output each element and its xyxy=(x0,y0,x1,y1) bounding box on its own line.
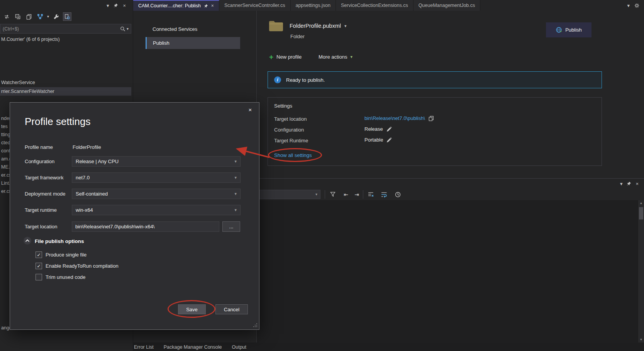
new-profile-button[interactable]: + New profile xyxy=(269,53,302,61)
output-scrollbar[interactable]: ▲ ▼ xyxy=(638,200,644,343)
previous-message-icon[interactable]: ⇤ xyxy=(341,190,351,199)
produce-single-file-checkbox[interactable]: ✓ xyxy=(36,251,42,258)
timestamp-icon[interactable] xyxy=(393,190,402,199)
readytorun-checkbox[interactable]: ✓ xyxy=(36,263,42,269)
publish-settings-summary: Settings Target location bin\Release\net… xyxy=(268,97,602,166)
pin-icon[interactable] xyxy=(627,181,631,186)
select-value: Self-contained xyxy=(76,191,108,197)
new-profile-label: New profile xyxy=(276,54,302,60)
show-output-from-combo[interactable]: ▾ xyxy=(259,190,320,199)
tab-scannerservicecontroller[interactable]: ScannerServiceController.cs xyxy=(219,0,291,11)
target-runtime-value: Portable xyxy=(364,137,392,143)
collapse-all-icon[interactable] xyxy=(14,12,22,21)
scroll-up-icon[interactable]: ▲ xyxy=(638,200,644,206)
toolbar-separator xyxy=(363,190,363,199)
more-actions-button[interactable]: More actions ▾ xyxy=(319,54,353,60)
field-label: Target framework xyxy=(25,175,63,181)
field-label: Target location xyxy=(25,224,58,230)
publish-button[interactable]: Publish xyxy=(546,22,591,37)
field-label: Configuration xyxy=(25,159,54,164)
toolbar-separator xyxy=(325,190,325,199)
pin-icon[interactable] xyxy=(204,4,208,8)
target-runtime-select[interactable]: win-x64 ▾ xyxy=(72,205,241,215)
filter-icon[interactable] xyxy=(328,190,337,199)
profile-type-label: Folder xyxy=(290,34,305,39)
chevron-down-icon: ▾ xyxy=(350,55,353,59)
target-location-link[interactable]: bin\Release\net7.0\publish\ xyxy=(364,115,425,121)
wrench-icon[interactable] xyxy=(52,12,60,21)
search-icon[interactable] xyxy=(119,26,127,32)
chevron-down-icon[interactable]: ▾ xyxy=(107,3,109,8)
connected-services-title: Connected Services xyxy=(153,26,197,32)
tab-options-icon[interactable] xyxy=(634,3,639,8)
switch-views-icon[interactable] xyxy=(36,12,44,21)
close-icon[interactable]: × xyxy=(123,3,126,8)
setting-label: Configuration xyxy=(274,127,304,133)
sync-with-active-document-icon[interactable] xyxy=(2,12,11,21)
solution-header[interactable]: M.Courrier' (6 of 6 projects) xyxy=(1,37,60,42)
chevron-down-icon[interactable]: ▾ xyxy=(620,181,623,186)
tab-queuemanagementjob[interactable]: QueueManagementJob.cs xyxy=(414,0,481,11)
close-icon[interactable]: × xyxy=(636,181,639,186)
save-button[interactable]: Save xyxy=(178,304,206,314)
output-content[interactable] xyxy=(257,200,638,343)
setting-value-text: Release xyxy=(364,126,383,132)
word-wrap-icon[interactable] xyxy=(380,190,389,199)
tab-output[interactable]: Output xyxy=(232,344,247,350)
browse-button[interactable]: ... xyxy=(222,221,240,232)
info-icon: i xyxy=(274,76,281,83)
collapse-section-icon[interactable] xyxy=(23,236,32,245)
more-actions-label: More actions xyxy=(319,54,347,60)
configuration-value: Release xyxy=(364,126,392,132)
output-toolbar: ▾ ⇤ ⇥ xyxy=(257,189,644,200)
trim-unused-code-checkbox[interactable]: ✓ xyxy=(36,274,42,280)
search-options-chevron-icon[interactable]: ▾ xyxy=(127,27,131,31)
copy-view-icon[interactable] xyxy=(25,12,33,21)
setting-value-text: Portable xyxy=(364,137,383,143)
configuration-select[interactable]: Release | Any CPU ▾ xyxy=(72,156,241,167)
target-framework-select[interactable]: net7.0 ▾ xyxy=(72,172,241,183)
switch-views-chevron-icon[interactable]: ▾ xyxy=(47,15,49,19)
show-all-settings-link[interactable]: Show all settings xyxy=(274,152,312,158)
tab-servicecollectionextensions[interactable]: ServiceCollectionExtensions.cs xyxy=(336,0,414,11)
tab-publish[interactable]: CAM.Courrier....cher: Publish × xyxy=(133,0,219,11)
output-pane: ▾ × ▾ ⇤ ⇥ xyxy=(257,178,644,343)
tree-item[interactable]: WatcherService xyxy=(0,78,131,87)
next-message-icon[interactable]: ⇥ xyxy=(352,190,361,199)
tab-list-chevron-icon[interactable]: ▾ xyxy=(627,3,630,8)
tab-package-manager-console[interactable]: Package Manager Console xyxy=(164,344,222,350)
close-icon[interactable]: × xyxy=(211,3,214,8)
copy-icon[interactable] xyxy=(429,116,434,121)
pencil-icon[interactable] xyxy=(386,127,392,132)
field-label: Target runtime xyxy=(25,207,57,213)
file-publish-options-title[interactable]: File publish options xyxy=(35,238,84,244)
solution-search-box: ▾ xyxy=(0,24,131,34)
close-icon[interactable]: × xyxy=(245,105,255,114)
tree-item-selected[interactable]: rrier.ScannerFileWatcher xyxy=(0,87,131,96)
deployment-mode-select[interactable]: Self-contained ▾ xyxy=(72,189,241,199)
setting-label: Target Runtime xyxy=(274,138,308,143)
solution-explorer-pane-header: ▾ × xyxy=(0,0,131,11)
nav-item-publish[interactable]: Publish xyxy=(146,37,240,49)
select-value: net7.0 xyxy=(76,175,90,181)
cancel-button[interactable]: Cancel xyxy=(215,304,248,314)
tab-label: QueueManagementJob.cs xyxy=(419,3,475,8)
tab-label: CAM.Courrier....cher: Publish xyxy=(138,3,201,8)
pencil-icon[interactable] xyxy=(386,137,392,143)
search-input[interactable] xyxy=(0,26,119,32)
pin-icon[interactable] xyxy=(114,3,118,8)
chevron-down-icon: ▾ xyxy=(234,208,237,213)
resize-grip[interactable] xyxy=(253,323,258,328)
scrollbar-thumb[interactable] xyxy=(639,207,643,219)
clear-all-icon[interactable] xyxy=(366,190,375,199)
tab-appsettings[interactable]: appsettings.json xyxy=(291,0,336,11)
tab-label: appsettings.json xyxy=(296,3,330,8)
ready-to-publish-banner: i Ready to publish. xyxy=(268,71,602,88)
folder-icon xyxy=(268,20,284,32)
scroll-down-icon[interactable]: ▼ xyxy=(638,337,644,343)
preview-selected-items-icon[interactable] xyxy=(63,12,71,21)
setting-label: Target location xyxy=(274,116,307,122)
tab-error-list[interactable]: Error List xyxy=(134,344,154,350)
target-location-input[interactable] xyxy=(72,221,219,232)
publish-profile-selector[interactable]: FolderProfile.pubxml ▾ xyxy=(290,23,347,29)
